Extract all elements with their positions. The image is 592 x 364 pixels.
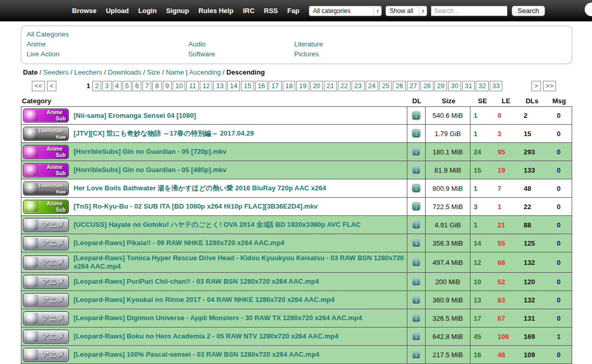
download-icon[interactable]: ↓	[412, 184, 420, 192]
torrent-title-link[interactable]: [HorribleSubs] Gin no Guardian - 05 [720…	[74, 148, 226, 156]
download-icon[interactable]: ↓	[412, 296, 420, 304]
download-icon[interactable]: ↓	[412, 112, 420, 120]
pagination-page-8[interactable]: 8	[152, 81, 161, 91]
pagination-page-19[interactable]: 19	[296, 81, 309, 91]
pagination-page-26[interactable]: 26	[393, 81, 405, 91]
download-icon[interactable]: ↓	[412, 202, 420, 211]
sort-link-leechers[interactable]: Leechers	[74, 68, 102, 76]
torrent-title-link[interactable]: [Leopard-Raws] Kyoukai no Rinne 2017 - 0…	[74, 296, 334, 304]
pagination-page-24[interactable]: 24	[366, 81, 378, 91]
sort-link-downloads[interactable]: Downloads	[108, 68, 141, 76]
search-button[interactable]: Search	[512, 6, 545, 16]
pagination-page-29[interactable]: 29	[434, 81, 447, 91]
pagination-page-4[interactable]: 4	[113, 81, 122, 91]
category-link-software[interactable]: Software	[188, 50, 294, 58]
pagination-page-28[interactable]: 28	[420, 81, 433, 91]
category-badge-anime-sub-purple[interactable]: AnimeSub	[23, 108, 69, 123]
pagination-next-button[interactable]: >	[531, 81, 541, 91]
pagination-page-3[interactable]: 3	[102, 81, 111, 91]
category-badge-anime-raw[interactable]: アニメ	[23, 311, 69, 325]
torrent-title-link[interactable]: [Leopard-Raws] Digimon Universe - Appli …	[74, 314, 362, 322]
category-badge-anime-sub-purple[interactable]: AnimeSub	[23, 145, 69, 159]
download-icon[interactable]: ↓	[412, 221, 420, 229]
download-icon[interactable]: ↓	[412, 258, 420, 266]
pagination-prev-button[interactable]: <	[47, 81, 56, 91]
torrent-title-link[interactable]: [TnS] Ro-Kyu-Bu - 02 SUB ITA [BD 1080p x…	[74, 202, 318, 211]
sort-order-ascending[interactable]: Ascending	[189, 68, 221, 76]
sort-link-date[interactable]: Date	[23, 68, 38, 76]
nav-link-rules-help[interactable]: Rules Help	[198, 7, 233, 15]
download-icon[interactable]: ↓	[412, 314, 420, 322]
pagination-page-13[interactable]: 13	[213, 81, 226, 91]
category-link-live-action[interactable]: Live Action	[27, 50, 188, 58]
category-link-literature[interactable]: Literature	[294, 40, 566, 48]
sort-order-descending[interactable]: Descending	[226, 68, 265, 76]
category-badge-anime-raw[interactable]: アニメ	[23, 256, 69, 270]
download-icon[interactable]: ↓	[412, 129, 420, 138]
pagination-page-12[interactable]: 12	[200, 81, 212, 91]
nav-link-browse[interactable]: Browse	[72, 7, 96, 15]
pagination-page-17[interactable]: 17	[269, 81, 281, 91]
pagination-page-5[interactable]: 5	[123, 81, 131, 91]
pagination-page-21[interactable]: 21	[324, 81, 336, 91]
pagination-page-27[interactable]: 27	[407, 81, 419, 91]
sort-link-name[interactable]: Name	[166, 68, 184, 76]
category-badge-anime-sub-green[interactable]: AnimeSub	[23, 200, 69, 214]
show-filter-select[interactable]: Show all ▲▼	[385, 6, 427, 16]
sort-link-seeders[interactable]: Seeders	[43, 68, 68, 76]
pagination-page-33[interactable]: 33	[490, 81, 502, 91]
nav-link-upload[interactable]: Upload	[106, 7, 129, 15]
category-badge-liveaction-raw[interactable]: LiveActionRaw	[23, 127, 69, 141]
torrent-title-link[interactable]: Her Love Boils Bathwater 湯を沸かすほどの熱い愛 201…	[74, 184, 326, 192]
torrent-title-link[interactable]: [Leopard-Raws] Boku no Hero Academia 2 -…	[74, 332, 339, 341]
pagination-page-10[interactable]: 10	[173, 81, 185, 91]
download-icon[interactable]: ↓	[412, 350, 420, 359]
category-link-anime[interactable]: Anime	[27, 40, 188, 48]
category-badge-anime-raw[interactable]: アニメ	[23, 275, 69, 289]
download-icon[interactable]: ↓	[412, 277, 420, 286]
pagination-first-button[interactable]: <<	[32, 81, 45, 91]
pagination-page-18[interactable]: 18	[283, 81, 295, 91]
category-badge-anime-raw[interactable]: アニメ	[23, 330, 69, 344]
torrent-title-link[interactable]: [Nii-sama] Eromanga Sensei 04 [1080]	[74, 112, 196, 120]
torrent-title-link[interactable]: [Leopard-Raws] 100% Pascal-sensei - 03 R…	[74, 350, 319, 359]
category-badge-anime-raw[interactable]: アニメ	[23, 236, 69, 250]
pagination-page-23[interactable]: 23	[352, 81, 364, 91]
sort-link-size[interactable]: Size	[147, 68, 160, 76]
pagination-page-22[interactable]: 22	[338, 81, 351, 91]
pagination-page-2[interactable]: 2	[92, 81, 101, 91]
pagination-page-16[interactable]: 16	[255, 81, 268, 91]
pagination-page-6[interactable]: 6	[132, 81, 141, 91]
torrent-title-link[interactable]: [HorribleSubs] Gin no Guardian - 05 [480…	[74, 166, 226, 174]
nav-link-signup[interactable]: Signup	[166, 7, 189, 15]
download-icon[interactable]: ↓	[412, 148, 420, 156]
pagination-page-7[interactable]: 7	[142, 81, 151, 91]
pagination-page-14[interactable]: 14	[227, 81, 240, 91]
torrent-title-link[interactable]: [Leopard-Raws] PuriPuri Chii-chan!! - 03…	[74, 277, 319, 286]
torrent-title-link[interactable]: [Leopard-Raws] Pikaia!! - 09 RAW NHKE 12…	[74, 239, 284, 247]
download-icon[interactable]: ↓	[412, 332, 420, 341]
category-link-all-categories[interactable]: All Categories	[27, 30, 188, 39]
torrent-title-link[interactable]: [UCCUSS] Hayate no Gotoku! ハヤテのごとく! OVA …	[74, 221, 360, 229]
pagination-last-button[interactable]: >>	[543, 81, 556, 91]
pagination-page-31[interactable]: 31	[462, 81, 475, 91]
nav-link-rss[interactable]: RSS	[264, 7, 278, 15]
category-badge-anime-sub-purple[interactable]: AnimeSub	[23, 163, 69, 177]
nav-link-login[interactable]: Login	[138, 7, 156, 15]
download-icon[interactable]: ↓	[412, 166, 420, 174]
torrent-title-link[interactable]: [JTV][CX] 世にも奇妙な物語 ～17春の特別編～ 2017.04.29	[74, 129, 254, 138]
pagination-page-15[interactable]: 15	[241, 81, 253, 91]
category-badge-anime-raw[interactable]: アニメ	[23, 218, 69, 232]
search-input[interactable]	[431, 6, 508, 16]
category-badge-liveaction-raw[interactable]: LiveActionRaw	[23, 181, 69, 196]
pagination-page-9[interactable]: 9	[163, 81, 172, 91]
pagination-page-20[interactable]: 20	[310, 81, 323, 91]
pagination-page-25[interactable]: 25	[379, 81, 392, 91]
pagination-page-11[interactable]: 11	[186, 81, 199, 91]
download-icon[interactable]: ↓	[412, 239, 420, 247]
pagination-page-32[interactable]: 32	[476, 81, 488, 91]
category-select[interactable]: All categories ▲▼	[309, 6, 382, 16]
torrent-title-link[interactable]: [Leopard-Raws] Tomica Hyper Rescue Drive…	[74, 254, 405, 271]
category-link-pictures[interactable]: Pictures	[294, 50, 566, 58]
category-badge-anime-raw[interactable]: アニメ	[23, 293, 69, 307]
